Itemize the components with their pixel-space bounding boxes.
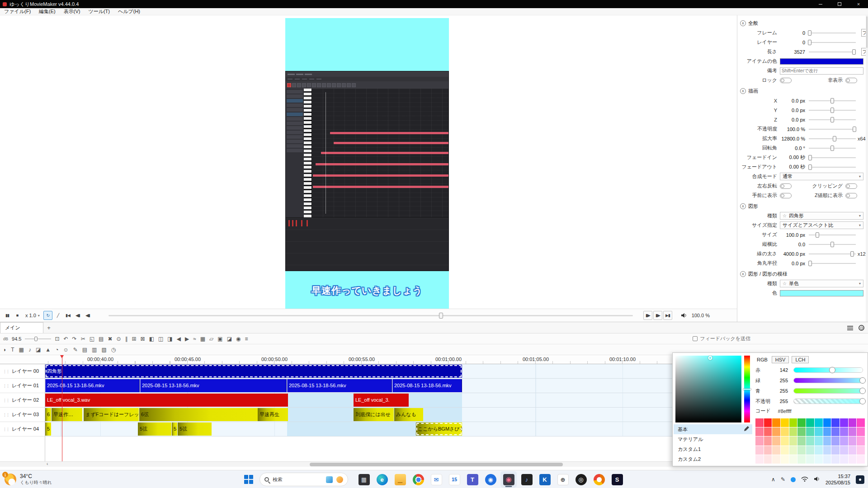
maximize-button[interactable]: [830, 0, 849, 8]
palette-swatch[interactable]: [806, 427, 814, 436]
save-icon[interactable]: ▣: [217, 336, 222, 342]
picker-slider-handle[interactable]: [859, 377, 866, 384]
playback-speed-dropdown[interactable]: x 1.0 ▾: [23, 313, 42, 318]
slider-handle[interactable]: [852, 49, 856, 55]
speaker-icon[interactable]: [814, 476, 820, 483]
palette-tab[interactable]: マテリアル: [674, 434, 752, 444]
lock-icon[interactable]: ⊙: [116, 336, 121, 342]
palette-swatch[interactable]: [815, 436, 823, 445]
slider-handle[interactable]: [830, 145, 834, 151]
group-item-icon[interactable]: ▥: [92, 347, 97, 352]
start-button[interactable]: [241, 472, 256, 487]
timeline-item[interactable]: 6: [45, 408, 51, 421]
property-slider[interactable]: [809, 251, 856, 257]
palette-swatch[interactable]: [764, 418, 772, 427]
property-slider[interactable]: [809, 145, 856, 151]
image-item-icon[interactable]: ◪: [36, 347, 41, 352]
property-slider[interactable]: [809, 260, 856, 267]
palette-swatch[interactable]: [840, 436, 848, 445]
layer-header[interactable]: ⋮⋮レイヤー 01: [0, 379, 45, 393]
section-header[interactable]: ∧図形 / 図形の模様: [737, 269, 868, 279]
palette-swatch[interactable]: [781, 427, 789, 436]
grid-icon[interactable]: ⊞: [132, 336, 137, 342]
timeline-item[interactable]: みんなも: [394, 408, 423, 421]
eyedropper-icon[interactable]: [744, 425, 750, 433]
clock[interactable]: 15:37 2025/08/15: [826, 473, 850, 486]
palette-swatch[interactable]: [806, 455, 814, 464]
dropdown[interactable]: ☆四角形▾: [780, 212, 863, 220]
drag-handle-icon[interactable]: ⋮⋮: [3, 369, 9, 374]
drag-handle-icon[interactable]: ⋮⋮: [3, 413, 9, 417]
property-slider[interactable]: [809, 30, 856, 36]
palette-swatch[interactable]: [797, 446, 806, 455]
drag-handle-icon[interactable]: ⋮⋮: [3, 384, 9, 388]
timeline-item[interactable]: ここからBGMさびる: [416, 422, 462, 436]
picker-slider-handle[interactable]: [859, 388, 866, 394]
menubar-item[interactable]: 編集(E): [35, 8, 60, 15]
property-slider[interactable]: [809, 136, 856, 142]
collapse-icon[interactable]: ∧: [740, 88, 746, 94]
slider-handle[interactable]: [850, 251, 854, 257]
palette-swatch[interactable]: [823, 446, 831, 455]
palette-swatch[interactable]: [849, 418, 857, 427]
stop-button[interactable]: ■: [13, 311, 22, 320]
meet-app-button[interactable]: ◉: [482, 471, 499, 488]
color-swatch[interactable]: [780, 290, 863, 296]
palette-swatch[interactable]: [764, 436, 772, 445]
color-marker[interactable]: [708, 356, 712, 360]
search-input[interactable]: 検索: [259, 473, 348, 486]
palette-swatch[interactable]: [857, 436, 865, 445]
drag-handle-icon[interactable]: ⋮⋮: [3, 398, 9, 403]
volume-icon[interactable]: [681, 313, 687, 319]
picker-slider-handle[interactable]: [829, 367, 835, 373]
section-header[interactable]: ∧全般: [737, 18, 868, 28]
palette-swatch[interactable]: [806, 446, 814, 455]
palette-swatch[interactable]: [781, 455, 789, 464]
slider-handle[interactable]: [830, 242, 834, 247]
collapse-icon[interactable]: ∧: [740, 271, 746, 277]
property-slider[interactable]: [809, 49, 856, 55]
timeline-item[interactable]: 5弦: [178, 422, 212, 436]
slider-handle[interactable]: [808, 30, 811, 36]
edge-app-button[interactable]: e: [374, 471, 390, 488]
palette-swatch[interactable]: [781, 446, 789, 455]
layer-header[interactable]: ⋮⋮レイヤー 02: [0, 393, 45, 408]
wait-item-icon[interactable]: ◷: [111, 347, 116, 352]
close-button[interactable]: ×: [849, 0, 868, 8]
palette-swatch[interactable]: [857, 427, 865, 436]
dropdown[interactable]: ☆単色▾: [780, 280, 863, 287]
timeline-item[interactable]: 5: [45, 422, 51, 436]
toggle-switch[interactable]: [845, 193, 857, 198]
slider-handle[interactable]: [808, 164, 812, 170]
draw-item-icon[interactable]: ✎: [73, 347, 78, 352]
color-code-value[interactable]: #8effff: [778, 408, 792, 414]
hue-marker[interactable]: [743, 389, 751, 390]
template-icon[interactable]: ▤: [82, 347, 87, 352]
timeline-item[interactable]: 到底僕には出せ: [354, 408, 394, 421]
menu-icon[interactable]: [847, 326, 853, 330]
scrollbar-thumb[interactable]: [310, 463, 563, 466]
collapse-icon[interactable]: ∧: [740, 203, 746, 209]
palette-swatch[interactable]: [831, 455, 840, 464]
curve-editor-button[interactable]: ╱: [53, 311, 62, 320]
timeline-item[interactable]: 2025-08-15 13-18-56.mkv: [392, 379, 462, 392]
pause-button[interactable]: ▮▮: [3, 311, 12, 320]
menubar-item[interactable]: ファイル(F): [0, 8, 35, 15]
paste-icon[interactable]: ▤: [99, 336, 104, 342]
property-slider[interactable]: [809, 164, 856, 170]
palette-swatch[interactable]: [797, 418, 806, 427]
palette-swatch[interactable]: [789, 418, 797, 427]
palette-swatch[interactable]: [764, 427, 772, 436]
palette-swatch[interactable]: [823, 436, 831, 445]
s-app-app-button[interactable]: S: [609, 471, 625, 488]
palette-swatch[interactable]: [755, 446, 764, 455]
minimize-button[interactable]: [811, 0, 830, 8]
property-slider[interactable]: [809, 39, 856, 46]
palette-swatch[interactable]: [755, 418, 764, 427]
palette-swatch[interactable]: [849, 436, 857, 445]
palette-swatch[interactable]: [781, 436, 789, 445]
palette-swatch[interactable]: [789, 436, 797, 445]
prev-item-button[interactable]: ◀▮: [83, 311, 92, 320]
music-app-app-button[interactable]: ♪: [519, 471, 535, 488]
palette-swatch[interactable]: [772, 455, 780, 464]
